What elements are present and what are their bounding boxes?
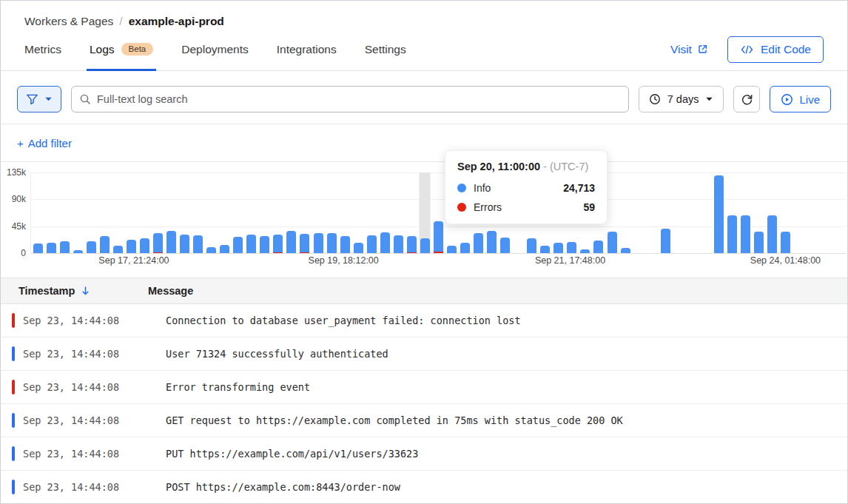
visit-link[interactable]: Visit <box>670 43 708 56</box>
chart-bar[interactable] <box>645 172 659 253</box>
chart-bar[interactable] <box>232 172 245 253</box>
log-table-header: Timestamp Message <box>1 278 847 304</box>
chart-bar[interactable] <box>164 172 178 253</box>
chart-bar[interactable] <box>178 172 192 253</box>
log-volume-chart: 135k90k45k0 Sep 17, 21:24:00Sep 19, 18:1… <box>1 162 847 278</box>
add-filter-button[interactable]: + Add filter <box>17 137 72 149</box>
log-row[interactable]: Sep 23, 14:44:08PUT https://example.com/… <box>1 437 847 471</box>
search-input[interactable] <box>71 86 629 112</box>
chart-bar[interactable] <box>672 172 685 253</box>
chart-bar[interactable] <box>124 172 138 253</box>
live-label: Live <box>799 93 820 106</box>
tab-logs[interactable]: LogsBeta <box>90 28 153 70</box>
tab-integrations[interactable]: Integrations <box>277 28 337 70</box>
tab-settings[interactable]: Settings <box>365 28 406 70</box>
log-row[interactable]: Sep 23, 14:44:08Connection to database u… <box>1 304 847 337</box>
chart-bar[interactable] <box>312 172 325 253</box>
edit-code-label: Edit Code <box>761 43 811 56</box>
series-label: Errors <box>474 201 502 213</box>
message-cell: User 71324 successfully authenticated <box>166 348 388 360</box>
tab-metrics[interactable]: Metrics <box>24 28 61 70</box>
log-row[interactable]: Sep 23, 14:44:08GET request to https://e… <box>1 404 847 437</box>
filter-bar: 7 days Live <box>1 71 847 124</box>
tabs: MetricsLogsBetaDeploymentsIntegrationsSe… <box>24 28 406 70</box>
chart-bar[interactable] <box>766 172 779 253</box>
plus-icon: + <box>17 137 24 149</box>
chart-bar[interactable] <box>378 172 391 253</box>
breadcrumb-workers-pages[interactable]: Workers & Pages <box>24 15 113 28</box>
chart-bar[interactable] <box>44 172 58 253</box>
chart-bar[interactable] <box>632 172 645 253</box>
chart-bar[interactable] <box>258 172 272 253</box>
chart-bar[interactable] <box>619 172 632 253</box>
chart-bar[interactable] <box>58 172 71 253</box>
edit-code-button[interactable]: Edit Code <box>727 36 824 63</box>
chart-bar[interactable] <box>819 172 832 253</box>
chart-bar[interactable] <box>298 172 312 253</box>
tooltip-series-errors: Errors59 <box>457 201 595 213</box>
chart-bar[interactable] <box>725 172 738 253</box>
log-row[interactable]: Sep 23, 14:44:08POST https://example.com… <box>1 471 847 504</box>
chart-bar[interactable] <box>351 172 365 253</box>
log-table-body: Sep 23, 14:44:08Connection to database u… <box>1 304 847 504</box>
chart-bar[interactable] <box>98 172 111 253</box>
chart-bar[interactable] <box>699 172 712 253</box>
workers-logs-page: Workers & Pages / example-api-prod Metri… <box>0 0 848 504</box>
chart-bar[interactable] <box>391 172 405 253</box>
refresh-icon <box>741 93 753 106</box>
chart-bar[interactable] <box>272 172 285 253</box>
y-axis-tick: 90k <box>1 194 26 204</box>
chart-bar[interactable] <box>192 172 205 253</box>
breadcrumb-separator: / <box>119 15 122 28</box>
chart-bar[interactable] <box>712 172 725 253</box>
series-value: 24,713 <box>563 182 595 194</box>
tab-deployments[interactable]: Deployments <box>181 28 248 70</box>
chart-bar[interactable] <box>71 172 84 253</box>
severity-indicator-error <box>12 380 15 394</box>
chart-bar[interactable] <box>84 172 98 253</box>
filter-dropdown-button[interactable] <box>17 86 61 112</box>
chart-bar[interactable] <box>325 172 338 253</box>
chart-bar[interactable] <box>338 172 351 253</box>
message-cell: POST https://example.com:8443/order-now <box>166 481 400 493</box>
chart-bar[interactable] <box>138 172 151 253</box>
tab-bar: MetricsLogsBetaDeploymentsIntegrationsSe… <box>1 28 847 71</box>
chart-bar[interactable] <box>285 172 298 253</box>
message-cell: PUT https://example.com/api/v1/users/336… <box>166 448 418 460</box>
severity-indicator-info <box>12 413 15 428</box>
chart-bar[interactable] <box>245 172 258 253</box>
chart-bar[interactable] <box>405 172 418 253</box>
chart-bar[interactable] <box>753 172 766 253</box>
timestamp-column-header[interactable]: Timestamp <box>1 285 148 297</box>
search-icon <box>79 93 91 105</box>
chart-bars <box>31 172 846 253</box>
chart-bar[interactable] <box>151 172 164 253</box>
chart-bar[interactable] <box>365 172 378 253</box>
chart-bar[interactable] <box>205 172 218 253</box>
refresh-button[interactable] <box>733 86 760 112</box>
chart-bar[interactable] <box>832 172 846 253</box>
chart-x-axis: Sep 17, 21:24:00Sep 19, 18:12:00Sep 21, … <box>30 255 846 270</box>
chart-bar[interactable] <box>31 172 44 253</box>
chart-bar[interactable] <box>793 172 806 253</box>
time-range-button[interactable]: 7 days <box>639 86 724 112</box>
chart-bar[interactable] <box>806 172 819 253</box>
breadcrumb: Workers & Pages / example-api-prod <box>1 1 847 28</box>
series-dot-icon <box>457 184 466 192</box>
series-dot-icon <box>457 203 466 212</box>
chart-bar[interactable] <box>111 172 124 253</box>
chart-bar[interactable] <box>418 172 431 253</box>
chart-bar[interactable] <box>218 172 232 253</box>
log-row[interactable]: Sep 23, 14:44:08User 71324 successfully … <box>1 337 847 371</box>
chart-bar[interactable] <box>685 172 699 253</box>
funnel-icon <box>26 94 38 105</box>
chart-bar[interactable] <box>659 172 672 253</box>
tooltip-timezone: - (UTC-7) <box>543 161 588 172</box>
timestamp-cell: Sep 23, 14:44:08 <box>23 348 166 360</box>
chart-bar[interactable] <box>738 172 752 253</box>
play-circle-icon <box>781 93 793 106</box>
chart-bar[interactable] <box>779 172 793 253</box>
chart-bar[interactable] <box>431 172 445 253</box>
log-row[interactable]: Sep 23, 14:44:08Error transforming event <box>1 371 847 404</box>
live-button[interactable]: Live <box>770 86 831 112</box>
